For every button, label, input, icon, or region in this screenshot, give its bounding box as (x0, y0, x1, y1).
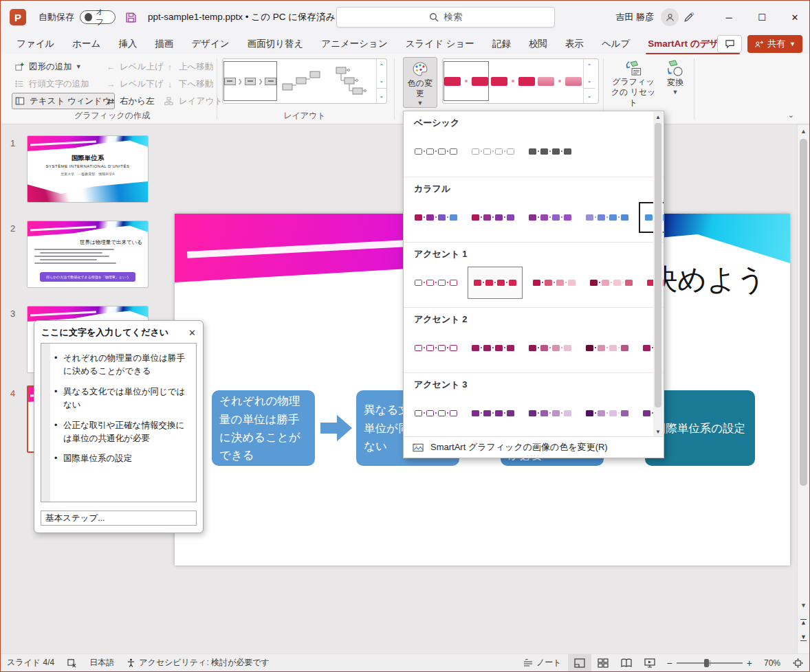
tab-11[interactable]: ヘルプ (593, 34, 639, 54)
color-swatch-3-2[interactable] (525, 339, 576, 357)
close-icon[interactable]: ✕ (188, 328, 196, 338)
zoom-slider[interactable] (677, 662, 743, 664)
smartart-arrow-icon[interactable] (320, 413, 352, 443)
color-swatch-2-2[interactable] (529, 274, 580, 291)
tab-0[interactable]: ファイル (8, 34, 63, 54)
gallery-more-icon[interactable]: ⌄ (377, 88, 386, 103)
share-button[interactable]: 共有 ▼ (747, 35, 802, 53)
text-pane-body[interactable]: それぞれの物理量の単位は勝手に決めることができる異なる文化では単位が同じではない… (41, 343, 197, 502)
style-option-1[interactable] (444, 61, 489, 101)
zoom-out-button[interactable]: − (667, 658, 672, 669)
gallery-down-icon[interactable]: ⌄ (377, 74, 386, 88)
tab-8[interactable]: 記録 (483, 34, 520, 54)
document-title[interactable]: ppt-sample1-temp.pptx • この PC に保存済み ▼ (148, 11, 346, 23)
color-swatch-4-0[interactable] (411, 405, 461, 422)
color-swatch-2-0[interactable] (411, 274, 461, 291)
color-swatch-1-0[interactable] (411, 209, 461, 226)
scroll-down-icon[interactable]: ▼ (653, 429, 663, 435)
tab-4[interactable]: デザイン (182, 34, 238, 54)
smartart-box-1[interactable]: それぞれの物理量の単位は勝手に決めることができる (212, 390, 315, 466)
scroll-up-icon[interactable]: ▲ (653, 114, 663, 120)
change-colors-button[interactable]: 色の変更 ▼ (403, 57, 437, 108)
add-bullet-button[interactable]: 行頭文字の追加 (12, 76, 92, 92)
dropdown-scrollbar[interactable]: ▲ ▼ (653, 112, 663, 437)
color-swatch-3-0[interactable] (411, 339, 461, 357)
tab-7[interactable]: スライド ショー (397, 34, 483, 54)
gallery-more-icon[interactable]: ⌄ (584, 88, 595, 103)
main-vertical-scrollbar[interactable]: ▲ ▼ ▲ ▼ (797, 125, 809, 653)
color-swatch-3-3[interactable] (582, 339, 633, 357)
slide-thumbnail-2[interactable]: 世界は物理量で出来ている 何らかの方法で数値化できる特徴を「物理量」という (27, 221, 149, 288)
reset-graphic-button[interactable]: グラフィックの リセット (609, 57, 658, 108)
right-to-left-button[interactable]: ⇄ 右から左 (102, 93, 157, 109)
layout-option-hierarchy[interactable] (327, 61, 375, 101)
slideshow-view-button[interactable] (638, 654, 661, 671)
comments-button[interactable] (717, 35, 742, 53)
tab-3[interactable]: 描画 (146, 34, 182, 54)
user-name[interactable]: 吉田 勝彦 (615, 11, 654, 23)
move-down-button[interactable]: ↓ 下へ移動 (162, 76, 216, 92)
minimize-button[interactable]: ─ (714, 3, 743, 31)
gallery-down-icon[interactable]: ⌄ (584, 74, 595, 88)
color-swatch-1-1[interactable] (468, 209, 518, 226)
previous-slide-button[interactable]: ▲ (798, 614, 809, 629)
zoom-slider-knob[interactable] (704, 659, 709, 667)
powerpoint-logo-icon[interactable]: P (10, 9, 26, 25)
convert-button[interactable]: 変換 ▼ (659, 57, 691, 108)
color-swatch-4-3[interactable] (582, 405, 633, 422)
language-indicator[interactable]: 日本語 (83, 654, 120, 671)
demote-button[interactable]: → レベル下げ (102, 76, 166, 92)
color-swatch-3-1[interactable] (468, 339, 518, 357)
gallery-up-icon[interactable]: ⌃ (377, 59, 386, 74)
slide-sorter-view-button[interactable] (591, 654, 615, 671)
color-swatch-0-1[interactable] (468, 143, 518, 160)
scrollbar-thumb[interactable] (655, 123, 661, 407)
search-box[interactable]: 検索 (336, 7, 555, 27)
collapse-ribbon-icon[interactable]: ⌄ (788, 111, 794, 120)
notes-button[interactable]: ノート (517, 654, 568, 671)
text-pane-toggle-button[interactable]: テキスト ウィンドウ (12, 93, 115, 109)
layout-option-basic-process[interactable]: ❯ ❯ (223, 61, 277, 101)
fit-to-window-button[interactable] (787, 654, 809, 671)
text-pane-footer[interactable]: 基本ステップ... (41, 511, 197, 526)
color-swatch-2-1[interactable] (468, 267, 523, 299)
reading-view-button[interactable] (615, 654, 638, 671)
dropdown-resize-grip[interactable]: ···· (404, 454, 664, 458)
zoom-in-button[interactable]: + (747, 658, 752, 669)
close-button[interactable]: ✕ (780, 3, 809, 31)
tab-5[interactable]: 画面切り替え (239, 34, 313, 54)
color-swatch-0-0[interactable] (411, 143, 461, 160)
next-slide-button[interactable]: ▼ (798, 631, 809, 646)
autosave-toggle[interactable]: オフ (80, 10, 116, 24)
color-swatch-4-1[interactable] (468, 405, 518, 422)
color-swatch-0-2[interactable] (525, 143, 576, 160)
promote-button[interactable]: ← レベル上げ (102, 58, 166, 75)
color-swatch-1-2[interactable] (525, 209, 576, 226)
text-pane-bullet-list[interactable]: それぞれの物理量の単位は勝手に決めることができる異なる文化では単位が同じではない… (50, 344, 196, 502)
feedback-pen-icon[interactable] (683, 12, 710, 23)
tab-2[interactable]: 挿入 (109, 34, 146, 54)
scrollbar-thumb[interactable] (800, 139, 807, 486)
slide-thumbnail-1[interactable]: 国際単位系 SYSTÈME INTERNATIONAL D'UNITÉS 北里大… (27, 135, 149, 203)
scroll-up-icon[interactable]: ▲ (798, 128, 809, 135)
tab-9[interactable]: 校閲 (520, 34, 556, 54)
text-pane-bullet-1[interactable]: 異なる文化では単位が同じではない (54, 385, 190, 412)
scroll-down-icon[interactable]: ▼ (798, 602, 809, 609)
color-swatch-4-2[interactable] (525, 405, 576, 422)
spellcheck-icon[interactable] (61, 654, 83, 671)
maximize-button[interactable]: ☐ (747, 3, 776, 31)
add-shape-button[interactable]: 図形の追加 ▼ (12, 58, 85, 75)
text-pane-bullet-3[interactable]: 国際単位系の設定 (54, 452, 190, 465)
tab-6[interactable]: アニメーション (312, 34, 396, 54)
slide-counter[interactable]: スライド 4/4 (1, 654, 61, 671)
style-option-2[interactable] (490, 61, 536, 101)
layout-option-step-process[interactable] (278, 61, 326, 101)
color-swatch-2-3[interactable] (586, 274, 637, 291)
color-swatch-1-3[interactable] (582, 209, 633, 226)
text-pane-bullet-0[interactable]: それぞれの物理量の単位は勝手に決めることができる (54, 352, 190, 379)
save-icon[interactable] (125, 12, 137, 23)
tab-10[interactable]: 表示 (556, 34, 593, 54)
tab-1[interactable]: ホーム (63, 34, 109, 54)
gallery-up-icon[interactable]: ⌃ (584, 59, 595, 74)
user-avatar[interactable] (661, 8, 679, 26)
